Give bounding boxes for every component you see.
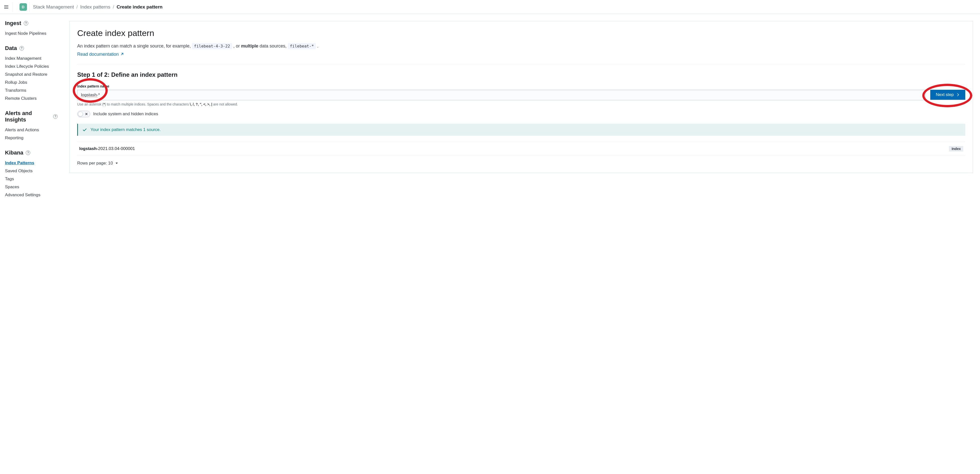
help-icon[interactable]: ?: [26, 150, 30, 155]
match-callout: Your index pattern matches 1 source.: [77, 124, 965, 136]
sidebar-item-index-patterns[interactable]: Index Patterns: [5, 159, 57, 167]
hamburger-icon: [3, 4, 9, 10]
sidebar-heading-kibana: Kibana ?: [5, 150, 57, 156]
input-value-text: logstash-: [81, 93, 98, 97]
sidebar-item-reporting[interactable]: Reporting: [5, 134, 57, 142]
hint-text: ) to match multiple indices. Spaces and …: [105, 102, 190, 106]
sidebar-item-alerts-and-actions[interactable]: Alerts and Actions: [5, 126, 57, 134]
read-documentation-link[interactable]: Read documentation: [77, 52, 124, 57]
page-title: Create index pattern: [77, 28, 965, 38]
include-system-indices-label: Include system and hidden indices: [93, 112, 158, 117]
desc-bold: multiple: [241, 43, 258, 48]
chevron-right-icon: [956, 93, 960, 96]
sidebar-heading-label: Kibana: [5, 150, 23, 156]
breadcrumb-separator: /: [113, 4, 114, 10]
space-selector[interactable]: D: [19, 3, 27, 11]
input-value-suffix: *: [98, 93, 100, 97]
next-step-button[interactable]: Next step: [930, 90, 965, 100]
desc-text: An index pattern can match a single sour…: [77, 43, 192, 48]
check-icon: [83, 128, 87, 132]
sidebar-item-index-management[interactable]: Index Management: [5, 54, 57, 62]
index-pattern-hint: Use an asterisk (*) to match multiple in…: [77, 102, 965, 106]
breadcrumb-stack-management[interactable]: Stack Management: [33, 4, 74, 10]
help-icon[interactable]: ?: [24, 21, 28, 26]
panel: Create index pattern An index pattern ca…: [70, 21, 973, 173]
doc-link-label: Read documentation: [77, 52, 119, 57]
hamburger-menu[interactable]: [3, 2, 13, 12]
breadcrumb-separator: /: [76, 4, 78, 10]
breadcrumb-index-patterns[interactable]: Index patterns: [80, 4, 110, 10]
match-table: logstash-2021.03.04-000001 Index: [77, 142, 965, 156]
sidebar-item-snapshot-and-restore[interactable]: Snapshot and Restore: [5, 70, 57, 78]
svg-marker-3: [115, 163, 118, 164]
desc-text: , or: [233, 43, 241, 48]
index-pattern-name-input[interactable]: logstash-*: [77, 90, 926, 100]
desc-code-example-wildcard: filebeat-*: [288, 43, 316, 49]
sidebar-heading-ingest: Ingest ?: [5, 20, 57, 27]
match-name: logstash-2021.03.04-000001: [79, 146, 135, 151]
sidebar-item-saved-objects[interactable]: Saved Objects: [5, 167, 57, 175]
sidebar: Ingest ? Ingest Node Pipelines Data ? In…: [0, 14, 62, 212]
index-badge: Index: [949, 146, 963, 152]
rows-per-page-selector[interactable]: Rows per page: 10: [77, 161, 118, 166]
page-description: An index pattern can match a single sour…: [77, 43, 965, 50]
sidebar-item-remote-clusters[interactable]: Remote Clusters: [5, 94, 57, 102]
sidebar-item-transforms[interactable]: Transforms: [5, 86, 57, 94]
rows-per-page-label: Rows per page: 10: [77, 161, 113, 166]
desc-code-example-single: filebeat-4-3-22: [192, 43, 232, 49]
sidebar-item-index-lifecycle-policies[interactable]: Index Lifecycle Policies: [5, 62, 57, 70]
breadcrumb-current: Create index pattern: [117, 4, 163, 10]
space-selector-wrap: D: [17, 2, 30, 12]
toggle-thumb: [78, 112, 83, 117]
table-row: logstash-2021.03.04-000001 Index: [77, 142, 965, 156]
hint-text: are not allowed.: [212, 102, 238, 106]
external-link-icon: [120, 53, 124, 56]
sidebar-item-ingest-node-pipelines[interactable]: Ingest Node Pipelines: [5, 29, 57, 37]
step-title: Step 1 of 2: Define an index pattern: [77, 71, 965, 78]
desc-text: .: [317, 43, 318, 48]
sidebar-heading-label: Data: [5, 45, 17, 51]
sidebar-heading-label: Ingest: [5, 20, 21, 27]
sidebar-item-spaces[interactable]: Spaces: [5, 183, 57, 191]
match-name-bold: logstash-: [79, 146, 98, 151]
sidebar-item-advanced-settings[interactable]: Advanced Settings: [5, 191, 57, 199]
help-icon[interactable]: ?: [19, 46, 24, 51]
include-system-indices-toggle[interactable]: ✕: [77, 111, 90, 117]
match-name-rest: 2021.03.04-000001: [98, 146, 135, 151]
include-system-indices-row: ✕ Include system and hidden indices: [77, 111, 965, 117]
sidebar-heading-data: Data ?: [5, 45, 57, 51]
sidebar-heading-label: Alerts and Insights: [5, 110, 51, 123]
help-icon[interactable]: ?: [53, 114, 57, 119]
index-pattern-name-label: Index pattern name: [77, 84, 965, 88]
main: Create index pattern An index pattern ca…: [62, 14, 980, 212]
divider: [77, 64, 965, 64]
close-icon: ✕: [85, 112, 88, 116]
topbar: D Stack Management / Index patterns / Cr…: [0, 0, 980, 14]
breadcrumb: Stack Management / Index patterns / Crea…: [33, 4, 162, 10]
chevron-down-icon: [115, 161, 118, 165]
sidebar-item-rollup-jobs[interactable]: Rollup Jobs: [5, 78, 57, 86]
next-step-label: Next step: [936, 92, 954, 97]
hint-forbidden-chars: \, /, ?, ", <, >, |: [190, 102, 212, 106]
sidebar-heading-alerts-and-insights: Alerts and Insights ?: [5, 110, 57, 123]
hint-text: Use an asterisk (: [77, 102, 103, 106]
desc-text: data sources,: [259, 43, 288, 48]
sidebar-item-tags[interactable]: Tags: [5, 175, 57, 183]
callout-text: Your index pattern matches 1 source.: [91, 127, 161, 132]
